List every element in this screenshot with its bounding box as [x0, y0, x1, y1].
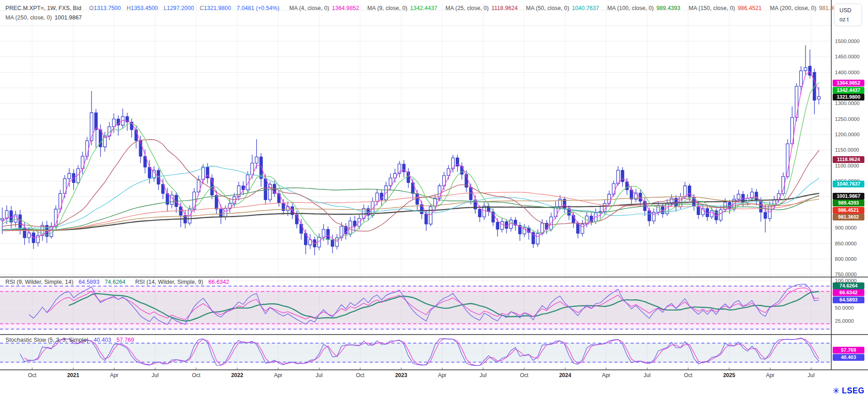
time-axis-label: Oct	[28, 372, 37, 378]
time-axis-label: 2021	[67, 372, 79, 378]
price-axis-badge: 1364.9852	[833, 80, 864, 86]
price-axis-badge: 1118.9624	[833, 156, 864, 163]
ma-legend-items-row2: MA (250, close, 0)1001.9867	[5, 14, 90, 21]
price-axis-badge: 1342.4437	[833, 87, 864, 94]
ma-legend-item: MA (50, close, 0)1040.7637	[526, 5, 599, 11]
time-axis-label: Oct	[356, 372, 365, 378]
change-value: 7.0481 (+0.54%)	[237, 5, 280, 11]
lseg-logo-text: LSEG	[842, 386, 864, 396]
rsi-axis-badge: 74.6264	[833, 282, 864, 289]
rsi-axis-badge: 64.5893	[833, 297, 864, 303]
rsi9-ma-value: 74.6264	[105, 279, 125, 285]
time-axis-label: Apr	[602, 372, 611, 378]
stoch-k-value: 40.403	[94, 337, 111, 343]
price-axis-badge: 981.3602	[833, 214, 864, 220]
time-axis-label: Jul	[808, 372, 815, 378]
price-axis-label: 1400.0000	[835, 70, 859, 75]
time-axis-label: Jul	[644, 372, 651, 378]
price-axis-label: 1450.0000	[835, 54, 859, 59]
rsi14-value: 66.6342	[208, 279, 229, 285]
time-axis-label: Apr	[110, 372, 119, 378]
price-axis-label: 1250.0000	[835, 116, 859, 122]
ma-legend-item: MA (150, close, 0)986.4521	[689, 5, 762, 11]
stochastic-legend: Stochastic Slow (5, 3, 3, Simple) 40.403…	[5, 337, 138, 343]
time-axis-label: Oct	[684, 372, 693, 378]
price-axis-label: 1200.0000	[835, 132, 859, 137]
pane-divider[interactable]	[0, 334, 868, 335]
rsi-legend-label-2: RSI (14, Wilder, Simple, 9)	[135, 279, 203, 285]
price-axis-label: 900.0000	[835, 225, 857, 230]
price-axis-label: 1500.0000	[835, 38, 859, 44]
lseg-logo: ✳ LSEG	[832, 386, 864, 396]
ma-legend-item: MA (4, close, 0)1364.9852	[289, 5, 359, 11]
price-axis-badge: 986.4521	[833, 207, 864, 214]
rsi-axis-label: 50.0000	[835, 305, 854, 311]
rsi-legend: RSI (9, Wilder, Simple, 14) 64.5893 74.6…	[5, 279, 233, 285]
time-axis-label: Apr	[274, 372, 283, 378]
lseg-sparkle-icon: ✳	[832, 387, 839, 395]
ma-line-4	[2, 71, 819, 244]
ma-legend-item: MA (100, close, 0)989.4393	[607, 5, 680, 11]
currency-label: USD	[839, 7, 851, 14]
ma-line-250	[2, 193, 819, 230]
rsi-axis-badge: 66.6342	[833, 289, 864, 296]
price-axis-label: 750.0000	[835, 272, 857, 277]
ma-legend-item: MA (25, close, 0)1118.9624	[445, 5, 518, 11]
ohlc-low: L1297.2000	[164, 5, 194, 11]
price-axis-badge: 989.4393	[833, 200, 864, 206]
time-axis-label: Apr	[438, 372, 447, 378]
symbol-info: PREC.M.XPT=, 1W, FXS, Bid	[5, 5, 81, 11]
price-axis-label: 1150.0000	[835, 147, 859, 153]
time-axis-label: Apr	[766, 372, 775, 378]
ma-legend-item: MA (9, close, 0)1342.4437	[367, 5, 437, 11]
price-axis-label: 800.0000	[835, 256, 857, 262]
time-axis-label: Jul	[316, 372, 323, 378]
ma-legend-item: MA (200, close, 0)981.3602	[770, 5, 843, 11]
time-axis-label: 2024	[559, 372, 571, 378]
price-axis-badge: 1321.9800	[833, 94, 864, 100]
price-axis-badge: 1040.7637	[833, 181, 864, 187]
stoch-legend-label: Stochastic Slow (5, 3, 3, Simple)	[5, 337, 88, 343]
price-axis-label: 1100.0000	[835, 163, 859, 168]
ohlc-close: C1321.9800	[200, 5, 231, 11]
rsi-legend-label-1: RSI (9, Wilder, Simple, 14)	[5, 279, 73, 285]
ma-legend-item: MA (250, close, 0)1001.9867	[5, 14, 82, 21]
ohlc-high: H1353.4500	[126, 5, 158, 11]
stoch-axis-badge: 57.769	[833, 347, 864, 354]
price-axis-label: 1300.0000	[835, 100, 859, 106]
time-axis-label: Oct	[192, 372, 201, 378]
pane-divider[interactable]	[0, 277, 868, 277]
time-axis-label: Oct	[520, 372, 529, 378]
time-axis-label: 2025	[723, 372, 735, 378]
axis-unit-box[interactable]: USD oz t	[834, 4, 862, 26]
time-axis-label: Jul	[480, 372, 487, 378]
ohlc-open: O1313.7500	[89, 5, 121, 11]
stoch-d-value: 57.769	[116, 337, 134, 343]
price-axis-label: 850.0000	[835, 241, 857, 246]
rsi-axis-label: 25.0000	[835, 318, 854, 324]
chart-legend-row-1: PREC.M.XPT=, 1W, FXS, Bid O1313.7500 H13…	[5, 5, 851, 11]
rsi9-value: 64.5893	[79, 279, 100, 285]
time-axis-label: Jul	[152, 372, 159, 378]
x-axis-line	[0, 369, 868, 370]
unit-label: oz t	[839, 16, 849, 23]
time-axis-label: 2022	[231, 372, 243, 378]
ma-line-9	[2, 83, 819, 240]
ma-legend-items-row1: MA (4, close, 0)1364.9852MA (9, close, 0…	[289, 5, 851, 11]
price-axis-badge: 1001.9867	[833, 193, 864, 200]
time-axis-label: 2023	[395, 372, 407, 378]
lseg-chart-app: { "header": { "symbol_info": "PREC.M.XPT…	[0, 0, 868, 397]
candle-bodies-hollow	[1, 67, 820, 247]
stoch-axis-badge: 40.403	[833, 354, 864, 361]
chart-legend-row-2: MA (250, close, 0)1001.9867	[5, 14, 90, 21]
